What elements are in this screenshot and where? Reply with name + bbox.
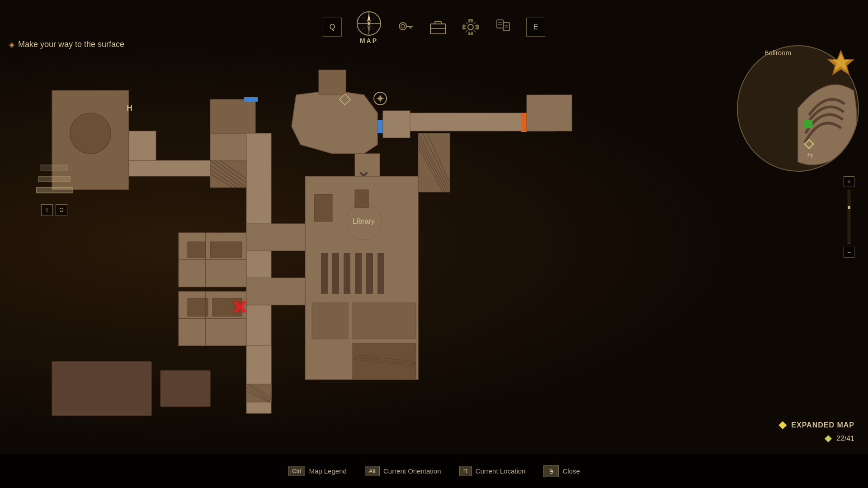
top-navigation: Q MAP <box>0 0 868 54</box>
ballroom-emblem-svg <box>827 50 854 77</box>
e-key-label: E <box>533 23 538 31</box>
svg-rect-29 <box>210 99 255 133</box>
compass-map-center: MAP <box>355 10 382 44</box>
map-container: H <box>23 45 732 452</box>
counter-row: 22/41 <box>825 435 854 443</box>
svg-rect-35 <box>527 95 572 131</box>
svg-point-8 <box>399 23 406 30</box>
expanded-map-row: EXPANDED MAP <box>778 421 854 429</box>
nav-e-button[interactable]: E <box>526 18 545 37</box>
floor-selector: T G <box>32 163 77 216</box>
ctrl-key-badge: Ctrl <box>288 466 305 476</box>
counter-gem-icon <box>825 435 832 442</box>
q-key-label: Q <box>330 23 335 31</box>
mouse-key-badge: 🖱 <box>543 465 559 477</box>
svg-text:H: H <box>127 103 132 113</box>
player-location-marker: ✕ <box>231 298 247 317</box>
svg-rect-99 <box>52 361 151 416</box>
expanded-map-label: EXPANDED MAP <box>791 421 854 429</box>
svg-rect-36 <box>319 70 346 95</box>
zoom-in-button[interactable]: + <box>844 176 854 187</box>
svg-rect-13 <box>430 24 446 34</box>
svg-rect-69 <box>366 253 373 294</box>
expanded-map-gem-icon <box>778 421 787 429</box>
nav-notes-icon[interactable] <box>494 18 513 37</box>
svg-text:Library: Library <box>353 217 375 225</box>
svg-marker-30 <box>292 90 377 154</box>
svg-rect-102 <box>38 176 70 182</box>
nav-briefcase-icon[interactable] <box>429 18 448 37</box>
floor-t-key[interactable]: T <box>41 204 53 216</box>
floor-layers-icon <box>32 163 77 199</box>
svg-point-15 <box>468 24 473 30</box>
alt-key-badge: Alt <box>365 466 380 476</box>
svg-rect-72 <box>353 303 416 339</box>
nav-gear-icon[interactable] <box>461 18 480 37</box>
action-current-location: R Current Location <box>459 466 526 476</box>
svg-rect-86 <box>188 298 208 316</box>
compass-svg <box>355 10 382 37</box>
svg-point-7 <box>368 22 370 25</box>
svg-rect-101 <box>41 165 68 170</box>
svg-rect-103 <box>36 188 72 193</box>
svg-rect-16 <box>497 20 503 28</box>
bottom-action-bar: Ctrl Map Legend Alt Current Orientation … <box>0 454 868 488</box>
close-label: Close <box>562 467 580 475</box>
action-current-orientation: Alt Current Orientation <box>365 466 441 476</box>
svg-rect-71 <box>312 303 348 339</box>
compass-symbol <box>355 10 382 37</box>
ballroom-label: Ballroom <box>764 49 791 57</box>
svg-rect-31 <box>377 120 383 133</box>
map-title-label: MAP <box>360 37 378 44</box>
current-location-label: Current Location <box>476 467 526 475</box>
ballroom-emblem <box>827 50 854 79</box>
svg-rect-34 <box>521 113 527 132</box>
svg-rect-81 <box>210 242 242 258</box>
current-orientation-label: Current Orientation <box>383 467 441 475</box>
svg-rect-17 <box>503 23 509 31</box>
key-svg-icon <box>398 20 413 34</box>
svg-rect-70 <box>377 253 384 294</box>
gear-svg-icon <box>462 19 479 35</box>
map-legend-label: Map Legend <box>309 467 346 475</box>
svg-rect-37 <box>244 97 258 102</box>
bottom-right-info: EXPANDED MAP 22/41 <box>778 421 854 443</box>
svg-rect-100 <box>160 371 210 407</box>
briefcase-svg-icon <box>429 20 447 34</box>
svg-point-9 <box>401 24 405 28</box>
svg-text:⇆: ⇆ <box>807 151 813 159</box>
svg-rect-63 <box>314 194 332 221</box>
svg-rect-64 <box>355 190 368 208</box>
action-close: 🖱 Close <box>543 465 580 477</box>
svg-rect-27 <box>129 131 156 160</box>
svg-rect-65 <box>321 253 328 294</box>
svg-rect-68 <box>355 253 362 294</box>
svg-rect-90 <box>246 224 305 251</box>
action-map-legend: Ctrl Map Legend <box>288 466 347 476</box>
nav-key-icon[interactable] <box>396 18 415 37</box>
counter-value: 22/41 <box>836 435 854 443</box>
zoom-controls: + − <box>844 176 854 258</box>
zoom-indicator <box>848 206 850 209</box>
svg-rect-66 <box>332 253 339 294</box>
svg-rect-104 <box>804 120 813 129</box>
svg-rect-33 <box>383 111 410 138</box>
svg-rect-80 <box>188 242 206 258</box>
notes-svg-icon <box>495 19 511 35</box>
r-key-badge: R <box>459 466 472 476</box>
floor-key-buttons: T G <box>41 204 67 216</box>
zoom-out-button[interactable]: − <box>844 247 854 258</box>
svg-point-24 <box>70 113 111 154</box>
nav-q-button[interactable]: Q <box>323 18 342 37</box>
zoom-bar <box>848 190 850 244</box>
svg-rect-91 <box>246 278 305 305</box>
main-map-svg: H <box>23 45 732 452</box>
svg-rect-67 <box>344 253 350 294</box>
floor-g-key[interactable]: G <box>56 204 67 216</box>
